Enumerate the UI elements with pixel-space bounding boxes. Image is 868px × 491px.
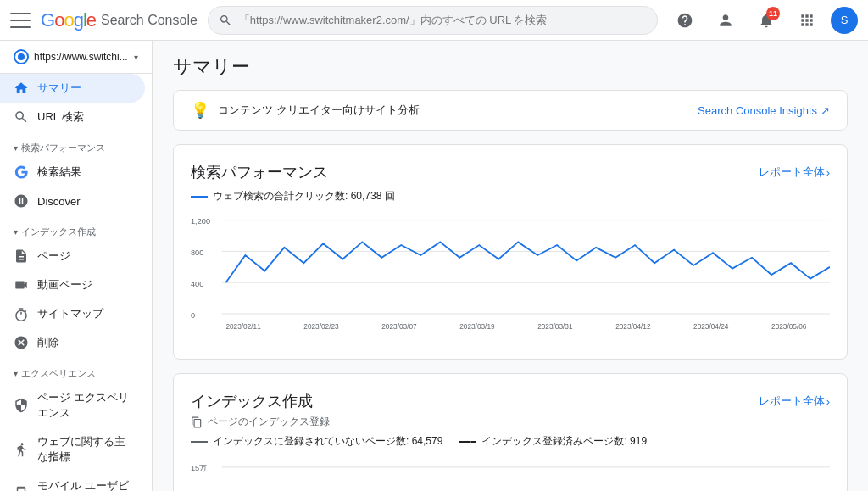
legend-not-indexed (191, 441, 208, 443)
header-logo: Google Search Console (41, 9, 198, 31)
bulb-icon: 💡 (191, 101, 209, 120)
sidebar-item-web-vitals[interactable]: ウェブに関する主な指標 (0, 427, 145, 471)
experience-icon (14, 398, 29, 413)
notification-count: 11 (766, 7, 780, 20)
sidebar-label-remove: 削除 (37, 335, 59, 350)
url-inspection-icon (14, 109, 29, 125)
sidebar-item-url-inspection[interactable]: URL 検索 (0, 103, 145, 131)
page-icon (14, 248, 29, 264)
search-performance-report-link[interactable]: レポート全体 › (759, 165, 830, 180)
sidebar-label-vitals: ウェブに関する主な指標 (37, 434, 131, 465)
svg-text:1,200: 1,200 (191, 217, 210, 226)
banner: 💡 コンテンツ クリエイター向けサイト分析 Search Console Ins… (174, 91, 847, 130)
svg-text:15万: 15万 (191, 464, 207, 472)
svg-text:2023/03/31: 2023/03/31 (537, 323, 573, 331)
main-content: サマリー 💡 コンテンツ クリエイター向けサイト分析 Search Consol… (153, 41, 868, 491)
search-icon (219, 14, 232, 27)
search-performance-section: 検索パフォーマンス レポート全体 › ウェブ検索の合計クリック数: 60,738… (174, 145, 847, 204)
person-icon (717, 12, 734, 29)
sidebar-item-discover[interactable]: Discover (0, 187, 145, 215)
svg-text:2023/04/24: 2023/04/24 (693, 323, 729, 331)
sidebar-item-search-results[interactable]: 検索結果 (0, 158, 145, 187)
notifications-button[interactable]: 11 (749, 3, 783, 37)
banner-card: 💡 コンテンツ クリエイター向けサイト分析 Search Console Ins… (173, 90, 848, 131)
index-report-link[interactable]: レポート全体 › (759, 393, 830, 409)
page-index-row: ページのインデックス登録 (191, 415, 830, 429)
page-index-label: ページのインデックス登録 (208, 415, 330, 429)
sidebar: https://www.switchi... ▾ サマリー URL 検索 ▾ 検… (0, 41, 153, 491)
svg-text:2023/02/23: 2023/02/23 (303, 323, 339, 331)
svg-text:2023/02/11: 2023/02/11 (225, 323, 261, 331)
remove-icon (14, 335, 29, 350)
svg-text:2023/03/19: 2023/03/19 (459, 323, 495, 331)
sidebar-item-summary[interactable]: サマリー (0, 74, 145, 103)
section-index: ▾ インデックス作成 (0, 215, 152, 242)
account-button[interactable] (709, 3, 743, 37)
sidebar-label-mobile: モバイル ユーザビリティ (37, 478, 131, 491)
home-icon (14, 81, 29, 96)
sitemap-icon (14, 306, 29, 321)
search-performance-card: 検索パフォーマンス レポート全体 › ウェブ検索の合計クリック数: 60,738… (173, 144, 848, 360)
index-card: インデックス作成 レポート全体 › ページのインデックス登録 インデックスに登録… (173, 373, 848, 491)
sidebar-label-page-experience: ページ エクスペリエンス (37, 390, 131, 421)
legend-line-blue (191, 196, 208, 198)
sidebar-item-video[interactable]: 動画ページ (0, 271, 145, 299)
index-chart: 15万 10万 (174, 452, 847, 491)
help-icon (676, 12, 693, 29)
google-g-icon (14, 165, 29, 180)
index-legend: インデックスに登録されていないページ数: 64,579 インデックス登録済みペー… (191, 434, 830, 449)
svg-text:2023/03/07: 2023/03/07 (381, 323, 417, 331)
discover-icon (14, 193, 29, 209)
sidebar-label-summary: サマリー (37, 81, 81, 96)
avatar[interactable]: S (831, 7, 858, 34)
sidebar-label-discover: Discover (37, 195, 81, 208)
menu-icon[interactable] (10, 10, 31, 31)
property-selector[interactable]: https://www.switchi... ▾ (0, 41, 152, 74)
sidebar-label-sitemap: サイトマップ (37, 306, 103, 321)
header: Google Search Console 11 S (0, 0, 868, 41)
banner-text: コンテンツ クリエイター向けサイト分析 (218, 103, 689, 118)
main-header: サマリー (153, 41, 868, 90)
index-chart-svg: 15万 10万 (191, 452, 830, 491)
sidebar-item-remove[interactable]: 削除 (0, 328, 145, 357)
video-icon (14, 277, 29, 293)
page-title: サマリー (173, 54, 848, 80)
sidebar-label-video: 動画ページ (37, 277, 92, 293)
svg-text:800: 800 (191, 248, 203, 257)
mobile-icon (14, 486, 29, 491)
sidebar-item-page-experience[interactable]: ページ エクスペリエンス (0, 383, 145, 427)
sidebar-item-mobile[interactable]: モバイル ユーザビリティ (0, 471, 145, 491)
header-actions: 11 S (668, 3, 858, 37)
section-experience: ▾ エクスペリエンス (0, 357, 152, 383)
search-performance-title: 検索パフォーマンス (191, 162, 328, 182)
chevron-down-icon: ▾ (134, 53, 138, 62)
copy-icon (191, 416, 203, 428)
sidebar-label-page: ページ (37, 248, 70, 264)
apps-button[interactable] (790, 3, 824, 37)
svg-text:2023/04/12: 2023/04/12 (615, 323, 651, 331)
svg-text:2023/05/06: 2023/05/06 (771, 323, 807, 331)
sidebar-item-page[interactable]: ページ (0, 242, 145, 271)
product-name: Search Console (101, 13, 198, 28)
index-title: インデックス作成 (191, 391, 313, 411)
search-console-insights-link[interactable]: Search Console Insights ↗ (698, 104, 830, 117)
search-input[interactable] (239, 14, 647, 26)
section-search-performance: ▾ 検索パフォーマンス (0, 131, 152, 158)
help-button[interactable] (668, 3, 702, 37)
svg-text:0: 0 (191, 311, 195, 320)
search-performance-chart: 1,200 800 400 0 2023/02/11 2023/02/23 20… (174, 207, 847, 359)
search-bar[interactable] (208, 6, 658, 35)
property-icon (14, 49, 29, 64)
sidebar-label-search-results: 検索結果 (37, 165, 81, 180)
performance-chart-svg: 1,200 800 400 0 2023/02/11 2023/02/23 20… (191, 207, 830, 343)
svg-text:400: 400 (191, 280, 203, 288)
search-performance-legend: ウェブ検索の合計クリック数: 60,738 回 (191, 189, 830, 204)
vitals-icon (14, 442, 29, 457)
property-name: https://www.switchi... (34, 51, 129, 63)
sidebar-label-url: URL 検索 (37, 109, 84, 125)
legend-indexed-text: インデックス登録済みページ数: 919 (481, 434, 647, 449)
legend-indexed (459, 441, 476, 443)
app-body: https://www.switchi... ▾ サマリー URL 検索 ▾ 検… (0, 41, 868, 491)
sidebar-item-sitemap[interactable]: サイトマップ (0, 299, 145, 328)
apps-icon (798, 12, 815, 29)
